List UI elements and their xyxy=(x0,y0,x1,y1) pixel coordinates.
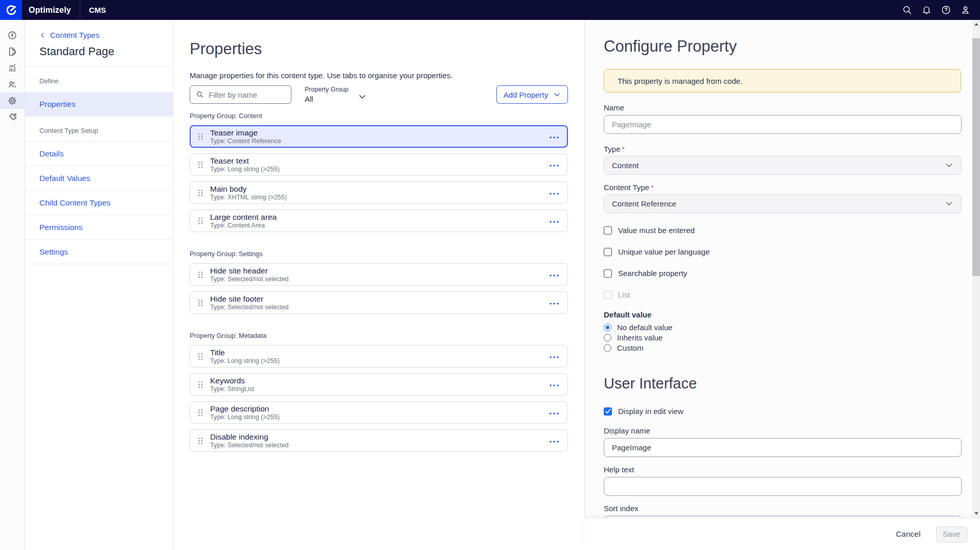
back-link-content-types[interactable]: Content Types xyxy=(39,31,158,39)
search-icon[interactable] xyxy=(902,5,913,15)
icon-rail xyxy=(0,20,25,550)
property-card-page-description[interactable]: Page description Type: Long string (>255… xyxy=(190,401,568,424)
drag-handle-icon[interactable] xyxy=(197,408,204,417)
more-menu-icon[interactable] xyxy=(549,190,559,196)
panel-title: Configure Property xyxy=(604,37,961,56)
name-input[interactable] xyxy=(604,115,962,134)
radio-row-inherits-value[interactable]: Inherits value xyxy=(604,334,961,341)
more-menu-icon[interactable] xyxy=(549,218,559,224)
property-title: Hide site footer xyxy=(210,294,289,303)
display-name-input[interactable] xyxy=(604,438,962,457)
drag-handle-icon[interactable] xyxy=(197,189,204,197)
group-label-settings: Property Group: Settings xyxy=(190,250,568,258)
more-menu-icon[interactable] xyxy=(549,133,559,140)
scrollbar-up-icon[interactable] xyxy=(974,23,978,26)
checkbox-row-searchable-property[interactable]: Searchable property xyxy=(604,269,961,278)
property-card-disable-indexing[interactable]: Disable indexing Type: Selected/not sele… xyxy=(190,429,568,452)
checkbox-row-list: List xyxy=(604,290,961,299)
drag-handle-icon[interactable] xyxy=(197,380,204,389)
chevron-down-icon xyxy=(945,161,953,170)
property-type: Type: Content Area xyxy=(210,222,277,229)
property-card-teaser-image[interactable]: Teaser image Type: Content Reference xyxy=(190,125,568,148)
sidebar-header: Content Types Standard Page xyxy=(25,20,173,67)
sidebar-item-label: Default Values xyxy=(39,174,90,183)
sidebar-item-permissions[interactable]: Permissions xyxy=(25,215,173,240)
chevron-down-icon xyxy=(553,91,561,99)
checkbox-row-display-in-edit-view[interactable]: Display in edit view xyxy=(604,407,961,416)
checkbox-value-must-be-entered[interactable] xyxy=(604,226,612,235)
rail-item-pages[interactable] xyxy=(0,43,25,60)
panel-scrollbar[interactable] xyxy=(972,20,980,518)
property-card-hide-site-footer[interactable]: Hide site footer Type: Selected/not sele… xyxy=(190,291,568,314)
property-type: Type: Selected/not selected xyxy=(210,276,289,283)
cancel-button[interactable]: Cancel xyxy=(896,530,920,539)
checkbox-unique-value-per-language[interactable] xyxy=(604,248,612,256)
property-card-hide-site-header[interactable]: Hide site header Type: Selected/not sele… xyxy=(190,263,568,286)
more-menu-icon[interactable] xyxy=(549,409,559,416)
account-icon[interactable] xyxy=(960,5,971,15)
sidebar-item-settings[interactable]: Settings xyxy=(25,240,173,264)
property-card-large-content-area[interactable]: Large content area Type: Content Area xyxy=(190,210,568,232)
rail-item-add-ons[interactable] xyxy=(0,109,25,125)
panel-footer: Cancel Save xyxy=(584,518,980,550)
radio-row-custom[interactable]: Custom xyxy=(604,344,961,352)
rail-item-users[interactable] xyxy=(0,76,25,93)
drag-handle-icon[interactable] xyxy=(197,161,204,169)
sidebar-item-details[interactable]: Details xyxy=(25,142,173,166)
radio-inherits-value[interactable] xyxy=(604,334,611,341)
drag-handle-icon[interactable] xyxy=(197,270,204,279)
property-card-keywords[interactable]: Keywords Type: StringList xyxy=(190,373,568,396)
more-menu-icon[interactable] xyxy=(549,271,559,278)
more-menu-icon[interactable] xyxy=(549,300,559,306)
checkbox-row-unique-value-per-language[interactable]: Unique value per language xyxy=(604,247,961,256)
property-card-teaser-text[interactable]: Teaser text Type: Long string (>255) xyxy=(190,153,568,176)
scrollbar-down-icon[interactable] xyxy=(974,512,978,515)
sidebar-item-default-values[interactable]: Default Values xyxy=(25,166,173,191)
save-button[interactable]: Save xyxy=(936,526,967,542)
property-group-select[interactable]: Property Group All xyxy=(305,86,367,103)
checkbox-display-in-edit-view[interactable] xyxy=(604,407,612,416)
sidebar-item-child-content-types[interactable]: Child Content Types xyxy=(25,191,173,215)
sidebar-item-properties[interactable]: Properties xyxy=(25,92,173,117)
drag-handle-icon[interactable] xyxy=(197,437,204,445)
drag-handle-icon[interactable] xyxy=(197,132,204,141)
more-menu-icon[interactable] xyxy=(549,353,559,359)
checkbox-label: Value must be entered xyxy=(618,226,695,235)
content-type-select[interactable]: Content Reference xyxy=(604,194,962,213)
rail-item-analytics[interactable] xyxy=(0,60,25,76)
property-type: Type: Long string (>255) xyxy=(210,166,280,173)
radio-no-default-value[interactable] xyxy=(604,324,611,331)
drag-handle-icon[interactable] xyxy=(197,217,204,225)
property-title: Teaser text xyxy=(210,156,280,165)
property-type: Type: Selected/not selected xyxy=(210,304,289,311)
notifications-icon[interactable] xyxy=(921,5,932,15)
drag-handle-icon[interactable] xyxy=(197,352,204,361)
optimizely-logo[interactable] xyxy=(0,0,22,20)
more-menu-icon[interactable] xyxy=(549,381,559,387)
checkbox-searchable-property[interactable] xyxy=(604,269,612,278)
chevron-down-icon xyxy=(945,199,953,208)
sidebar-item-label: Settings xyxy=(39,247,68,257)
managed-from-code-notice: This property is managed from code. xyxy=(604,69,961,93)
notice-text: This property is managed from code. xyxy=(618,77,742,85)
property-title: Title xyxy=(210,348,280,357)
rail-item-dashboard[interactable] xyxy=(0,27,25,43)
property-type: Type: XHTML string (>255) xyxy=(210,194,287,201)
topbar-divider xyxy=(80,0,80,20)
help-text-input[interactable] xyxy=(604,477,962,496)
more-menu-icon[interactable] xyxy=(549,438,559,444)
checkbox-row-value-must-be-entered[interactable]: Value must be entered xyxy=(604,226,961,235)
rail-item-settings[interactable] xyxy=(0,93,25,109)
radio-custom[interactable] xyxy=(604,344,611,352)
filter-input[interactable] xyxy=(209,90,285,99)
help-icon[interactable] xyxy=(941,5,951,15)
property-card-main-body[interactable]: Main body Type: XHTML string (>255) xyxy=(190,181,568,204)
more-menu-icon[interactable] xyxy=(549,162,559,168)
radio-row-no-default-value[interactable]: No default value xyxy=(604,324,961,331)
type-select[interactable]: Content xyxy=(604,156,962,175)
optimizely-logo-icon xyxy=(5,4,18,17)
drag-handle-icon[interactable] xyxy=(197,299,204,307)
property-card-title[interactable]: Title Type: Long string (>255) xyxy=(190,345,568,368)
scrollbar-thumb[interactable] xyxy=(972,38,980,276)
add-property-button[interactable]: Add Property xyxy=(496,85,568,104)
